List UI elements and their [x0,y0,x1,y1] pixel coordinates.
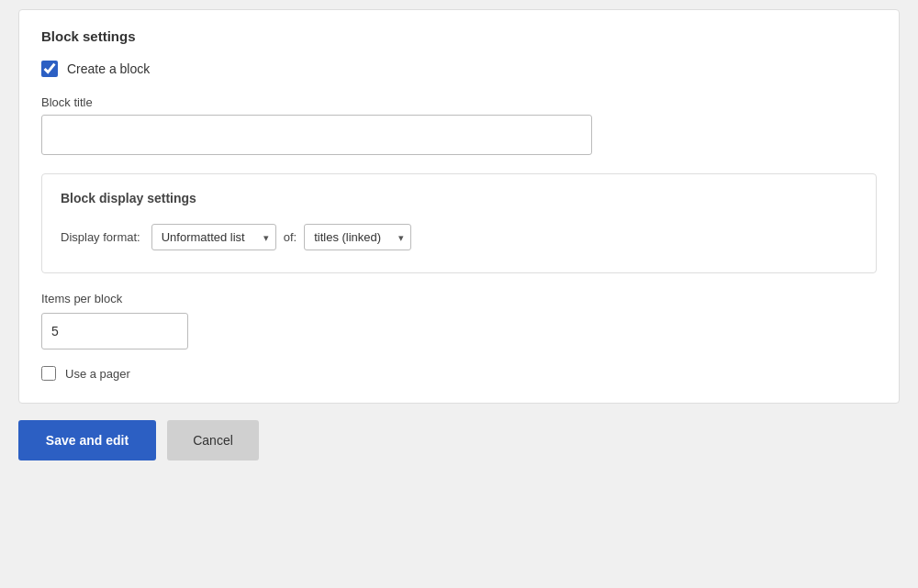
block-title-label: Block title [41,95,877,109]
cancel-button[interactable]: Cancel [167,420,259,460]
use-pager-label: Use a pager [65,367,130,381]
create-block-label: Create a block [67,61,150,76]
titles-linked-select-wrapper: titles (linked) titles (plain) full cont… [304,224,411,250]
items-section: Items per block [41,292,877,349]
footer-bar: Save and edit Cancel [18,404,900,460]
block-settings-title: Block settings [41,28,877,44]
page-wrapper: Block settings Create a block Block titl… [0,0,918,588]
items-per-block-input-wrapper [41,313,188,349]
create-block-row: Create a block [41,61,877,77]
main-card: Block settings Create a block Block titl… [18,9,900,404]
of-label: of: [284,230,297,244]
block-display-settings-card: Block display settings Display format: U… [41,173,877,273]
use-pager-row: Use a pager [41,366,877,381]
items-per-block-input[interactable] [41,313,188,349]
block-title-input[interactable] [41,115,592,155]
titles-linked-select[interactable]: titles (linked) titles (plain) full cont… [304,224,411,250]
display-format-select[interactable]: Unformatted list Ordered list Table [151,224,276,250]
items-per-block-label: Items per block [41,292,877,305]
display-format-select-wrapper: Unformatted list Ordered list Table ▾ [151,224,276,250]
create-block-checkbox[interactable] [41,61,58,77]
block-display-settings-title: Block display settings [61,191,857,205]
use-pager-checkbox[interactable] [41,366,56,381]
save-and-edit-button[interactable]: Save and edit [18,420,156,460]
display-format-row: Display format: Unformatted list Ordered… [61,224,857,250]
display-format-label: Display format: [61,230,140,244]
